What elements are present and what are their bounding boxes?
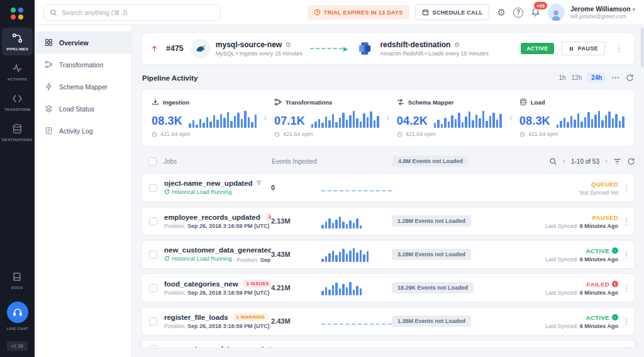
priority-up-icon xyxy=(150,45,158,53)
range-12h[interactable]: 12h xyxy=(572,74,582,81)
jobs-search-icon[interactable] xyxy=(549,157,557,166)
nav-transform[interactable]: TRANSFORM xyxy=(2,88,33,116)
pipeline-activity-title: Pipeline Activity xyxy=(142,74,197,82)
ingestion-icon xyxy=(152,98,159,106)
nav-activate[interactable]: ACTIVATE xyxy=(2,58,33,86)
job-name[interactable]: new_customer_data_generated xyxy=(164,345,271,348)
schedule-call-button[interactable]: SCHEDULE CALL xyxy=(415,4,490,20)
position-label: Position: xyxy=(164,323,186,329)
source-settings-gear-icon[interactable]: ⚙ xyxy=(285,41,291,49)
range-1h[interactable]: 1h xyxy=(558,74,565,81)
sidebar-item-label: Activity Log xyxy=(59,127,93,135)
app-logo[interactable] xyxy=(0,0,35,26)
nav-docs[interactable]: DOCS xyxy=(2,266,33,294)
jobs-rows: oject-name_new_updated Historical Load R… xyxy=(141,173,635,348)
sidebar-item-schema-mapper[interactable]: Schema Mapper xyxy=(35,76,131,98)
row-checkbox[interactable] xyxy=(149,217,157,225)
clock-icon xyxy=(314,9,321,16)
job-badge: 3 FAILURES xyxy=(265,213,271,221)
nav-label: PIPELINES xyxy=(6,47,28,50)
table-row[interactable]: oject-name_new_updated Historical Load R… xyxy=(141,173,635,202)
search-input[interactable] xyxy=(62,9,214,16)
nav-pipelines[interactable]: PIPELINES xyxy=(2,28,33,55)
global-search[interactable] xyxy=(43,4,221,21)
job-sparkline xyxy=(321,247,392,262)
sidebar-item-activity-log[interactable]: Activity Log xyxy=(35,120,131,142)
stat-sparkline xyxy=(311,109,379,128)
row-checkbox[interactable] xyxy=(149,345,157,348)
flow-arrow-icon: ▶ xyxy=(310,45,348,52)
job-badge: 1 WARNING xyxy=(233,313,268,321)
prev-page-chevron[interactable]: ‹ xyxy=(563,157,565,166)
transformations-icon xyxy=(274,98,282,106)
nav-live-chat[interactable]: LIVE CHAT xyxy=(2,297,33,335)
sidebar-item-transformation[interactable]: Transformation xyxy=(35,54,131,76)
stat-epm: 421.64 epm xyxy=(283,131,313,137)
job-kebab-menu[interactable]: ⋮ xyxy=(618,250,635,259)
position-value: Sep 26, 2... xyxy=(260,256,271,263)
activity-refresh-icon[interactable] xyxy=(626,74,634,82)
version-badge: v1.38 xyxy=(7,341,27,351)
row-checkbox[interactable] xyxy=(149,284,157,292)
nav-destinations[interactable]: DESTINATIONS xyxy=(2,118,33,146)
pipeline-activity-header: Pipeline Activity 1h 12h 24h ••• xyxy=(142,73,634,82)
help-icon[interactable]: ? xyxy=(513,8,523,18)
search-icon xyxy=(50,9,57,16)
row-checkbox[interactable] xyxy=(149,317,157,326)
job-kebab-menu[interactable]: ⋮ xyxy=(618,183,635,193)
job-kebab-menu[interactable]: ⋮ xyxy=(618,283,635,293)
jobs-refresh-icon[interactable] xyxy=(627,157,635,166)
epm-clock-icon xyxy=(152,132,157,137)
select-all-checkbox[interactable] xyxy=(148,157,157,166)
settings-gear-icon[interactable]: ⚙ xyxy=(495,6,507,18)
sidebar-item-overview[interactable]: Overview xyxy=(35,31,131,54)
destination-node[interactable]: redshift-destination⚙ Amazon Redshift • … xyxy=(355,39,488,58)
events-not-loaded-pill: 1.38M Events not Loaded xyxy=(392,315,471,327)
job-name[interactable]: employee_records_updated3 FAILURES xyxy=(164,213,271,221)
pipeline-id: #475 xyxy=(166,44,184,53)
job-kebab-menu[interactable]: ⋮ xyxy=(618,317,635,326)
job-name[interactable]: oject-name_new_updated xyxy=(164,179,271,187)
pause-button[interactable]: PAUSE xyxy=(562,42,605,55)
job-kebab-menu[interactable]: ⋮ xyxy=(618,345,635,348)
filter-icon[interactable] xyxy=(613,157,621,166)
job-synced: Not Synced Yet xyxy=(508,190,618,196)
destination-subtitle: Amazon Redshift • Loads every 15 minutes xyxy=(380,50,488,57)
sidebar-item-load-status[interactable]: Load Status xyxy=(35,98,131,120)
job-name[interactable]: food_categories_new3 ISSUES xyxy=(164,280,271,288)
table-row[interactable]: food_categories_new3 ISSUESPosition: Sep… xyxy=(141,273,635,302)
table-row[interactable]: new_customer_data_generated⋮ xyxy=(141,340,635,348)
row-checkbox[interactable] xyxy=(149,251,157,259)
more-ranges-button[interactable]: ••• xyxy=(611,74,620,81)
avatar[interactable] xyxy=(548,4,565,21)
next-page-chevron[interactable]: › xyxy=(605,157,608,166)
epm-clock-icon xyxy=(274,132,280,137)
row-checkbox[interactable] xyxy=(149,184,157,192)
pipeline-kebab-menu[interactable]: ⋮ xyxy=(613,44,626,54)
stat-epm: 421.64 epm xyxy=(160,131,191,137)
jobs-column-header: Jobs xyxy=(164,158,272,165)
job-subtext: Historical Load Running · Position: Sep … xyxy=(164,256,271,263)
main-content: #475 mysql-source-new⚙ MySQL • Ingests e… xyxy=(132,25,644,357)
destination-settings-gear-icon[interactable]: ⚙ xyxy=(453,41,460,49)
pipelines-icon xyxy=(12,33,23,43)
user-menu[interactable]: Jerome Williamson ▾ will.jerome@green.co… xyxy=(570,5,635,20)
scrollbar[interactable] xyxy=(641,28,643,67)
job-name[interactable]: new_customer_data_generated xyxy=(164,246,271,254)
job-name[interactable]: register_file_loads1 WARNING xyxy=(164,313,271,321)
notifications-bell-icon[interactable]: +99 xyxy=(529,6,542,18)
table-row[interactable]: employee_records_updated3 FAILURESPositi… xyxy=(141,207,635,235)
source-node[interactable]: mysql-source-new⚙ MySQL • Ingests every … xyxy=(191,39,303,58)
job-kebab-menu[interactable]: ⋮ xyxy=(618,217,635,226)
position-value: Sep 26, 2018 3:16:59 PM (UTC) xyxy=(187,323,270,329)
table-row[interactable]: register_file_loads1 WARNINGPosition: Se… xyxy=(141,307,635,336)
range-24h[interactable]: 24h xyxy=(587,73,606,82)
position-label: Position: xyxy=(164,290,186,296)
table-row[interactable]: new_customer_data_generated Historical L… xyxy=(141,240,635,269)
events-not-loaded-pill: 3.28M Events not Loaded xyxy=(392,249,471,260)
primary-nav: PIPELINES ACTIVATE TRANSFORM DESTINATION… xyxy=(0,0,35,357)
schema-mapper-bolt-icon xyxy=(45,82,53,91)
load-icon xyxy=(519,98,527,106)
job-status: PAUSED xyxy=(592,214,618,221)
position-label: · Position: xyxy=(233,256,258,263)
